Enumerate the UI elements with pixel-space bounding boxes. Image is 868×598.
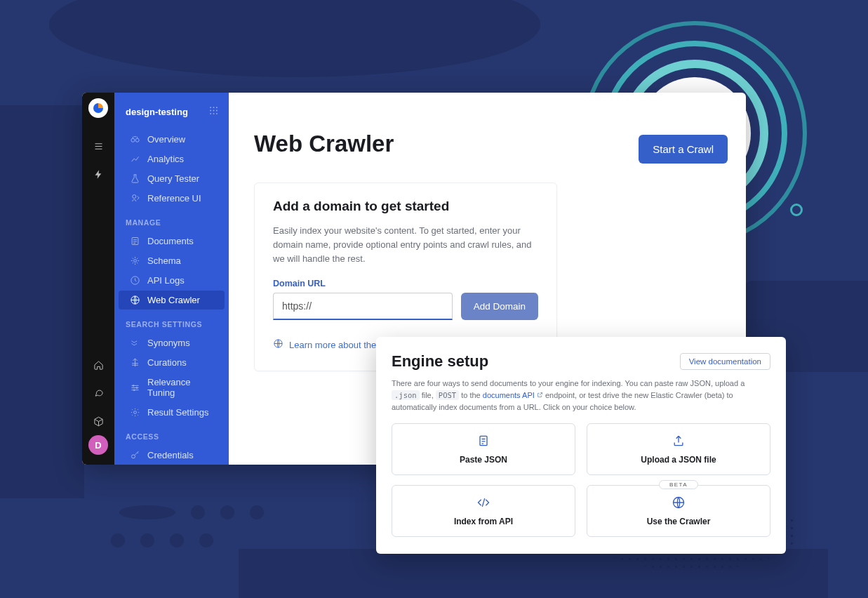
svg-point-2 [216,107,218,108]
sidebar-item-label: API Logs [147,275,185,286]
sidebar-item-label: Curations [147,357,187,368]
engine-title: Engine setup [392,352,488,371]
binoculars-icon [130,134,140,145]
card-title: Add a domain to get started [273,199,538,214]
product-logo[interactable] [88,98,108,118]
svg-point-7 [213,113,215,114]
svg-point-1 [213,107,215,108]
sidebar-item-label: Schema [147,255,181,266]
sidebar-item-api-logs[interactable]: API Logs [119,271,225,290]
key-icon [130,450,140,460]
svg-point-4 [213,110,215,112]
svg-point-9 [131,138,135,142]
option-label: Paste JSON [460,455,507,465]
svg-point-13 [134,260,137,263]
engine-option-upload-a-json-file[interactable]: Upload a JSON file [587,423,770,475]
svg-point-5 [216,110,218,112]
analytics-icon [130,154,140,164]
home-icon[interactable] [88,355,108,375]
upload-icon [672,434,686,451]
sidebar-item-overview[interactable]: Overview [119,130,225,149]
sidebar-item-label: Result Settings [147,407,208,418]
sidebar-item-web-crawler[interactable]: Web Crawler [119,291,225,310]
globe-icon [273,338,283,351]
grid-icon[interactable] [208,105,219,118]
svg-point-0 [210,107,211,108]
sidebar-item-label: Documents [147,236,194,246]
flask-icon [130,173,140,184]
sidebar-item-label: Synonyms [147,338,190,348]
beta-badge: BETA [659,480,698,489]
option-label: Use the Crawler [647,517,711,526]
sidebar-item-synonyms[interactable]: Synonyms [119,333,225,352]
cube-icon[interactable] [88,411,108,431]
view-documentation-button[interactable]: View documentation [680,353,770,370]
gear-icon [130,407,140,418]
bolt-icon[interactable] [88,164,108,184]
sidebar-item-analytics[interactable]: Analytics [119,150,225,168]
card-description: Easily index your website's content. To … [273,224,538,266]
globe-icon [130,295,140,305]
chat-icon[interactable] [88,383,108,403]
start-crawl-button[interactable]: Start a Crawl [639,135,728,164]
nav-rail: D [82,93,114,465]
domain-url-input[interactable] [273,293,453,320]
sidebar-item-schema[interactable]: Schema [119,251,225,270]
sidebar-item-credentials[interactable]: Credentials [119,446,225,465]
tuning-icon [130,383,140,393]
synonyms-icon [130,338,140,348]
add-domain-button[interactable]: Add Domain [461,293,538,320]
option-label: Upload a JSON file [641,455,716,465]
globe-icon [672,496,686,512]
engine-setup-card: Engine setup View documentation There ar… [376,337,786,554]
sidebar-item-label: Web Crawler [147,295,200,305]
documents-api-link[interactable]: documents API [483,391,543,399]
sidebar-item-result-settings[interactable]: Result Settings [119,403,225,422]
sidebar-item-documents[interactable]: Documents [119,232,225,251]
svg-point-11 [133,195,136,199]
curations-icon [130,357,140,368]
code-icon [476,496,490,512]
engine-name: design-testing [126,107,188,117]
sidebar-item-reference-ui[interactable]: Reference UI [119,189,225,208]
sidebar-item-curations[interactable]: Curations [119,353,225,372]
sidebar-item-label: Reference UI [147,193,201,204]
sidebar-item-label: Credentials [147,450,194,460]
svg-point-3 [210,110,211,112]
user-avatar[interactable]: D [88,435,108,455]
paste-icon [476,434,490,451]
engine-option-paste-json[interactable]: Paste JSON [392,423,575,475]
sidebar-item-relevance-tuning[interactable]: Relevance Tuning [119,373,225,402]
sidebar-section-heading: MANAGE [114,208,229,231]
sidebar-item-label: Analytics [147,154,184,164]
clock-icon [130,275,140,286]
svg-point-10 [135,138,139,142]
svg-point-18 [133,389,135,391]
svg-point-17 [136,387,138,389]
engine-option-index-from-api[interactable]: Index from API [392,485,575,537]
sidebar-item-label: Relevance Tuning [147,377,213,398]
engine-description: There are four ways to send documents to… [392,378,770,413]
sidebar-item-label: Overview [147,134,185,145]
sidebar-section-heading: ACCESS [114,423,229,445]
sidebar-section-heading: SEARCH SETTINGS [114,310,229,333]
schema-icon [130,255,140,266]
sidebar-item-query-tester[interactable]: Query Tester [119,169,225,188]
documents-icon [130,236,140,246]
svg-point-20 [132,455,135,458]
menu-icon[interactable] [88,136,108,156]
svg-point-19 [134,411,137,414]
svg-point-8 [216,113,218,114]
reference-icon [130,193,140,204]
svg-point-6 [210,113,211,114]
option-label: Index from API [454,517,513,526]
domain-url-label: Domain URL [273,279,538,288]
sidebar: design-testing OverviewAnalyticsQuery Te… [114,93,229,465]
engine-option-use-the-crawler[interactable]: BETAUse the Crawler [587,485,770,537]
svg-point-16 [133,385,135,387]
sidebar-item-label: Query Tester [147,173,199,184]
